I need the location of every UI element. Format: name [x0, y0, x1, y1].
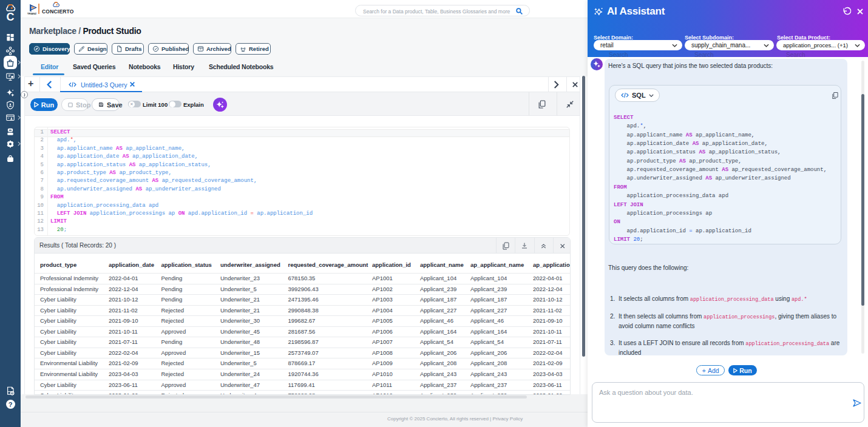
- svg-text:TRIANZ: TRIANZ: [27, 12, 36, 15]
